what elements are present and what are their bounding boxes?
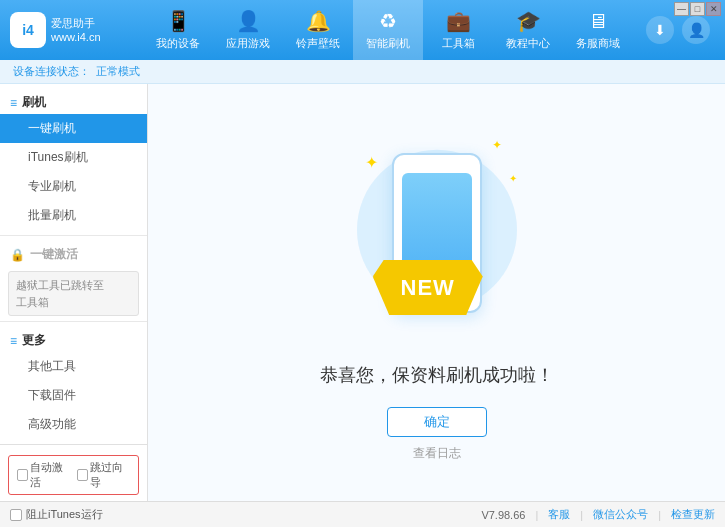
nav-label-apps: 应用游戏 bbox=[226, 36, 270, 51]
itunes-label: 阻止iTunes运行 bbox=[26, 507, 103, 522]
logo-area: i4 爱思助手 www.i4.cn bbox=[10, 12, 130, 48]
sidebar-section-activation: 🔒 一键激活 bbox=[0, 241, 147, 266]
ringtone-icon: 🔔 bbox=[306, 9, 330, 33]
tools-icon: 💼 bbox=[446, 9, 470, 33]
nav-tutorial[interactable]: 🎓 教程中心 bbox=[493, 0, 563, 60]
service-icon: 🖥 bbox=[586, 9, 610, 33]
success-illustration: ✦ ✦ ✦ NEW bbox=[337, 123, 537, 343]
sidebar-item-download-firmware[interactable]: 下载固件 bbox=[0, 381, 147, 410]
confirm-button[interactable]: 确定 bbox=[387, 407, 487, 437]
nav-toolbox[interactable]: 💼 工具箱 bbox=[423, 0, 493, 60]
more-icon: ≡ bbox=[10, 334, 17, 348]
logo-line2: www.i4.cn bbox=[51, 30, 101, 44]
phone-icon: 📱 bbox=[166, 9, 190, 33]
sep-1: | bbox=[535, 509, 538, 521]
footer-link-update[interactable]: 检查更新 bbox=[671, 507, 715, 522]
batch-flash-label: 批量刷机 bbox=[28, 208, 76, 222]
flash-section-icon: ≡ bbox=[10, 96, 17, 110]
version-label: V7.98.66 bbox=[481, 509, 525, 521]
breadcrumb-prefix: 设备连接状态： bbox=[13, 64, 90, 79]
activation-icon: 🔒 bbox=[10, 248, 25, 262]
sidebar-item-advanced[interactable]: 高级功能 bbox=[0, 410, 147, 439]
user-btn[interactable]: 👤 bbox=[682, 16, 710, 44]
nav-label-my-device: 我的设备 bbox=[156, 36, 200, 51]
nav-smart-flash[interactable]: ♻ 智能刷机 bbox=[353, 0, 423, 60]
sparkle-1: ✦ bbox=[365, 153, 378, 172]
window-controls: — □ ✕ bbox=[670, 0, 725, 18]
guide-activate-label: 跳过向导 bbox=[90, 460, 130, 490]
download-btn[interactable]: ⬇ bbox=[646, 16, 674, 44]
apps-icon: 👤 bbox=[236, 9, 260, 33]
close-button[interactable]: ✕ bbox=[706, 2, 721, 16]
sidebar-section-more: ≡ 更多 bbox=[0, 327, 147, 352]
footer-link-support[interactable]: 客服 bbox=[548, 507, 570, 522]
breadcrumb-status: 正常模式 bbox=[96, 64, 140, 79]
auto-activate-checkbox[interactable]: 自动激活 bbox=[17, 460, 70, 490]
device-info: 📱 iPhone 15 Pro Max 512GB iPhone bbox=[0, 500, 147, 501]
smart-icon: ♻ bbox=[376, 9, 400, 33]
one-click-flash-label: 一键刷机 bbox=[28, 121, 76, 135]
maximize-button[interactable]: □ bbox=[690, 2, 705, 16]
sidebar: ≡ 刷机 一键刷机 iTunes刷机 专业刷机 批量刷机 🔒 一键激活 越狱工具… bbox=[0, 84, 148, 501]
itunes-bar: 阻止iTunes运行 bbox=[10, 507, 103, 522]
guide-activate-checkbox[interactable]: 跳过向导 bbox=[77, 460, 130, 490]
nav-apps-games[interactable]: 👤 应用游戏 bbox=[213, 0, 283, 60]
sep-3: | bbox=[658, 509, 661, 521]
sparkle-2: ✦ bbox=[492, 138, 502, 152]
bottom-right: V7.98.66 | 客服 | 微信公众号 | 检查更新 bbox=[481, 507, 715, 522]
tutorial-icon: 🎓 bbox=[516, 9, 540, 33]
other-tools-label: 其他工具 bbox=[28, 359, 76, 373]
sep-2: | bbox=[580, 509, 583, 521]
sidebar-divider-2 bbox=[0, 321, 147, 322]
header: i4 爱思助手 www.i4.cn 📱 我的设备 👤 应用游戏 🔔 铃声壁纸 ♻ bbox=[0, 0, 725, 60]
logo-icon: i4 bbox=[10, 12, 46, 48]
new-badge-text: NEW bbox=[401, 275, 455, 301]
sidebar-item-one-click-flash[interactable]: 一键刷机 bbox=[0, 114, 147, 143]
confirm-label: 确定 bbox=[424, 413, 450, 431]
more-title: 更多 bbox=[22, 332, 46, 349]
advanced-label: 高级功能 bbox=[28, 417, 76, 431]
header-right: ⬇ 👤 bbox=[646, 16, 710, 44]
flash-section-title: 刷机 bbox=[22, 94, 46, 111]
nav-service[interactable]: 🖥 务服商域 bbox=[563, 0, 633, 60]
minimize-button[interactable]: — bbox=[674, 2, 689, 16]
itunes-checkbox[interactable] bbox=[10, 509, 22, 521]
new-badge: NEW bbox=[373, 260, 483, 315]
main-layout: ≡ 刷机 一键刷机 iTunes刷机 专业刷机 批量刷机 🔒 一键激活 越狱工具… bbox=[0, 84, 725, 501]
sidebar-section-flash: ≡ 刷机 bbox=[0, 89, 147, 114]
nav-label-ringtone: 铃声壁纸 bbox=[296, 36, 340, 51]
view-log-link[interactable]: 查看日志 bbox=[413, 445, 461, 462]
nav-bar: 📱 我的设备 👤 应用游戏 🔔 铃声壁纸 ♻ 智能刷机 💼 工具箱 🎓 教 bbox=[130, 0, 646, 60]
content-area: ✦ ✦ ✦ NEW 恭喜您，保资料刷机成功啦！ 确定 查看日志 bbox=[148, 84, 725, 501]
success-message: 恭喜您，保资料刷机成功啦！ bbox=[320, 363, 554, 387]
itunes-flash-label: iTunes刷机 bbox=[28, 150, 88, 164]
nav-label-tutorial: 教程中心 bbox=[506, 36, 550, 51]
auto-activate-label: 自动激活 bbox=[30, 460, 70, 490]
pro-flash-label: 专业刷机 bbox=[28, 179, 76, 193]
breadcrumb: 设备连接状态： 正常模式 bbox=[0, 60, 725, 84]
footer-link-wechat[interactable]: 微信公众号 bbox=[593, 507, 648, 522]
nav-label-service: 务服商域 bbox=[576, 36, 620, 51]
sparkle-3: ✦ bbox=[509, 173, 517, 184]
activation-title: 一键激活 bbox=[30, 246, 78, 263]
device-section: 自动激活 跳过向导 📱 iPhone 15 Pro Max 512GB iPho… bbox=[0, 444, 147, 501]
notice-line1: 越狱工具已跳转至 bbox=[16, 277, 131, 294]
sidebar-item-other-tools[interactable]: 其他工具 bbox=[0, 352, 147, 381]
bottom-left: 阻止iTunes运行 bbox=[10, 507, 481, 522]
guide-activate-check bbox=[77, 469, 88, 481]
nav-ringtone[interactable]: 🔔 铃声壁纸 bbox=[283, 0, 353, 60]
logo-symbol: i4 bbox=[22, 22, 34, 38]
auto-activate-check bbox=[17, 469, 28, 481]
bottom-bar: 阻止iTunes运行 V7.98.66 | 客服 | 微信公众号 | 检查更新 bbox=[0, 501, 725, 527]
nav-label-smart: 智能刷机 bbox=[366, 36, 410, 51]
activation-notice: 越狱工具已跳转至 工具箱 bbox=[8, 271, 139, 316]
notice-line2: 工具箱 bbox=[16, 294, 131, 311]
sidebar-item-pro-flash[interactable]: 专业刷机 bbox=[0, 172, 147, 201]
download-firmware-label: 下载固件 bbox=[28, 388, 76, 402]
sidebar-item-batch-flash[interactable]: 批量刷机 bbox=[0, 201, 147, 230]
auto-options-box: 自动激活 跳过向导 bbox=[8, 455, 139, 495]
sidebar-item-itunes-flash[interactable]: iTunes刷机 bbox=[0, 143, 147, 172]
nav-my-device[interactable]: 📱 我的设备 bbox=[143, 0, 213, 60]
nav-label-tools: 工具箱 bbox=[442, 36, 475, 51]
logo-line1: 爱思助手 bbox=[51, 16, 101, 30]
